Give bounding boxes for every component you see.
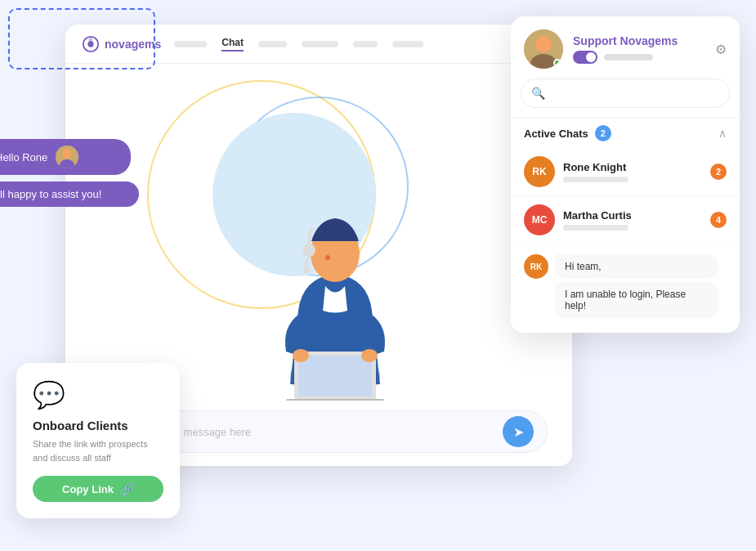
bubble-assist: I'll happy to assist you! — [0, 181, 139, 207]
svg-point-6 — [325, 255, 330, 260]
svg-point-16 — [535, 36, 552, 52]
copy-link-button[interactable]: Copy Link 🔗 — [33, 476, 163, 502]
onboard-desc: Share the link with prospects and discus… — [33, 437, 163, 464]
chevron-up-icon[interactable]: ∧ — [718, 127, 727, 140]
support-panel: Support Novagems ⚙ 🔍 Active Chats 2 ∧ RK… — [511, 16, 740, 333]
search-icon: 🔍 — [531, 87, 545, 100]
nav-chat-tab[interactable]: Chat — [221, 37, 244, 52]
rone-initials: RK — [532, 166, 546, 177]
send-button[interactable]: ➤ — [503, 416, 534, 447]
svg-point-5 — [303, 267, 310, 273]
active-chats-title: Active Chats 2 — [524, 125, 611, 141]
nav-pill-4 — [353, 41, 378, 47]
support-name: Support Novagems — [573, 34, 705, 47]
nav-area: Chat — [174, 37, 556, 52]
illustration-area — [65, 64, 572, 401]
rone-info: Rone Knight — [563, 161, 702, 182]
nav-pill-3 — [302, 41, 338, 47]
incoming-msg-row: RK Hi team, I am unable to login, Please… — [524, 254, 727, 318]
martha-badge: 4 — [710, 212, 727, 228]
bubble-assist-text: I'll happy to assist you! — [0, 188, 101, 200]
martha-name: Martha Curtis — [563, 209, 702, 222]
message-chat-area: RK Hi team, I am unable to login, Please… — [511, 244, 740, 333]
active-chats-header: Active Chats 2 ∧ — [511, 118, 740, 148]
msg-sender-avatar: RK — [524, 254, 548, 279]
dashed-hint-border — [8, 8, 155, 69]
status-toggle[interactable] — [573, 51, 597, 64]
nav-pill-2 — [258, 41, 287, 47]
onboard-emoji: 💬 — [33, 379, 163, 410]
msg-bubbles: Hi team, I am unable to login, Please he… — [555, 254, 718, 318]
agent-svg — [253, 180, 417, 401]
rone-name: Rone Knight — [563, 161, 702, 173]
rone-badge: 2 — [710, 164, 727, 180]
panel-header-info: Support Novagems — [573, 34, 705, 64]
chat-bubbles-container: Hello Rone I'll happy to assist you! — [0, 139, 139, 207]
search-box[interactable]: 🔍 — [521, 78, 730, 108]
online-status-dot — [553, 59, 561, 67]
svg-rect-8 — [298, 356, 372, 396]
onboard-card: 💬 Onboard Clients Share the link with pr… — [16, 363, 180, 518]
support-avatar — [524, 29, 563, 69]
svg-point-4 — [302, 244, 315, 257]
active-chats-badge: 2 — [595, 125, 611, 141]
nav-pill-5 — [392, 41, 423, 47]
rone-preview — [563, 177, 629, 182]
msg-body: I am unable to login, Please help! — [555, 282, 718, 318]
martha-avatar: MC — [524, 204, 555, 235]
svg-point-13 — [62, 149, 72, 159]
panel-header: Support Novagems ⚙ — [511, 16, 740, 78]
status-pill-container — [573, 51, 705, 64]
status-bar — [604, 54, 653, 60]
svg-rect-9 — [286, 399, 384, 401]
message-input[interactable]: Enter your message here — [132, 426, 493, 438]
nav-pill-1 — [174, 41, 207, 47]
link-icon: 🔗 — [120, 482, 134, 495]
chat-item-rone[interactable]: RK Rone Knight 2 — [511, 148, 740, 196]
bubble-hello: Hello Rone — [0, 139, 131, 175]
active-chats-label: Active Chats — [524, 128, 588, 140]
bubble-avatar — [56, 146, 78, 168]
msg-hi: Hi team, — [555, 254, 718, 279]
copy-btn-label: Copy Link — [62, 483, 114, 495]
svg-point-11 — [361, 349, 378, 362]
martha-preview — [563, 225, 629, 231]
martha-initials: MC — [532, 214, 548, 226]
onboard-title: Onboard Clients — [33, 419, 163, 432]
rone-avatar: RK — [524, 156, 555, 187]
martha-info: Martha Curtis — [563, 209, 702, 231]
svg-point-10 — [293, 349, 309, 362]
chat-item-martha[interactable]: MC Martha Curtis 4 — [511, 196, 740, 244]
gear-icon[interactable]: ⚙ — [715, 42, 727, 57]
agent-figure — [253, 180, 417, 401]
bubble-hello-text: Hello Rone — [0, 151, 47, 164]
